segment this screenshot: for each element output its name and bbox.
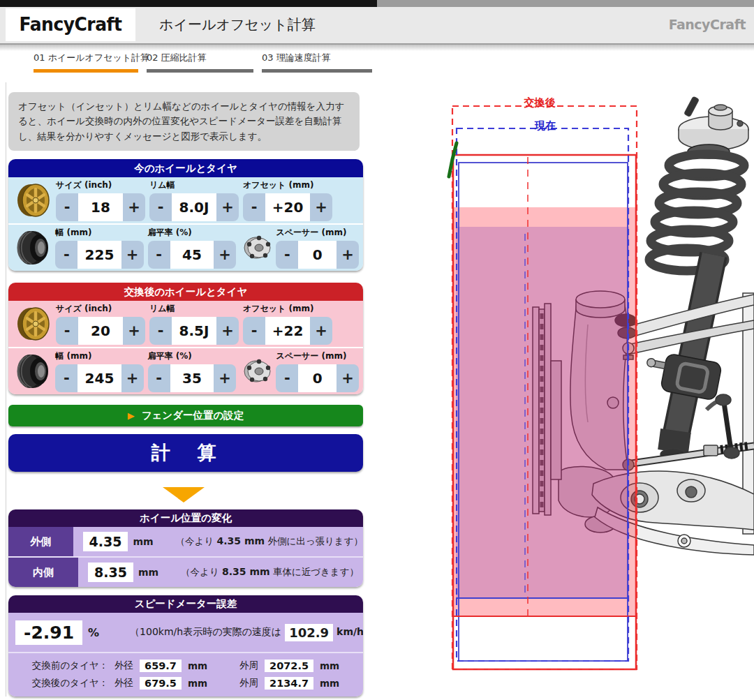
wheel-position-result-panel: ホイール位置の変化 外側 4.35 mm （今より 4.35 mm 外側に出っ張…	[8, 509, 363, 587]
field-width-label: 幅 (mm)	[55, 350, 143, 362]
rim-minus-button[interactable]: -	[149, 193, 172, 221]
inner-label: 内側	[8, 558, 78, 587]
offset-value[interactable]: +22	[265, 317, 310, 345]
outer-unit: mm	[133, 536, 153, 547]
tab-compression-ratio[interactable]: 02 圧縮比計算	[147, 52, 253, 73]
after-wheel-panel: 交換後のホイールとタイヤ	[8, 283, 363, 394]
rim-stepper: - 8.0J +	[149, 193, 239, 221]
size-plus-button[interactable]: +	[123, 193, 145, 221]
wheel-icon	[13, 306, 56, 342]
tab-label: 02 圧縮比計算	[147, 52, 253, 64]
size-minus-button[interactable]: -	[56, 317, 78, 345]
aspect-plus-button[interactable]: +	[214, 241, 236, 269]
rim-value[interactable]: 8.5J	[172, 317, 216, 345]
aspect-plus-button[interactable]: +	[214, 364, 236, 392]
offset-stepper: - +22 +	[243, 317, 332, 345]
brand-logo-right: FancyCraft	[669, 7, 746, 42]
offset-plus-button[interactable]: +	[310, 193, 332, 221]
od-label: 外径	[114, 660, 133, 672]
size-minus-button[interactable]: -	[56, 193, 78, 221]
size-value[interactable]: 18	[78, 193, 123, 221]
after-panel-title: 交換後のホイールとタイヤ	[8, 283, 363, 301]
inner-result-row: 内側 8.35 mm （今より 8.35 mm 車体に近づきます）	[8, 556, 363, 587]
spacer-icon	[240, 355, 276, 387]
speed-panel-title: スピードメーター誤差	[8, 595, 363, 613]
field-offset: オフセット (mm) - +22 +	[243, 303, 332, 345]
field-offset-label: オフセット (mm)	[243, 303, 332, 315]
aspect-value[interactable]: 45	[170, 241, 214, 269]
width-minus-button[interactable]: -	[55, 241, 77, 269]
width-minus-button[interactable]: -	[55, 364, 77, 392]
tire-before-name: 交換前のタイヤ：	[32, 660, 108, 672]
spacer-value[interactable]: 0	[298, 364, 337, 392]
field-width-label: 幅 (mm)	[55, 227, 143, 239]
width-value[interactable]: 225	[77, 241, 121, 269]
width-plus-button[interactable]: +	[121, 241, 144, 269]
rim-plus-button[interactable]: +	[216, 193, 239, 221]
after-panel-body: サイズ (inch) - 20 + リム幅 - 8.5J +	[8, 301, 363, 394]
fender-position-button[interactable]: ▶ フェンダー位置の設定	[8, 405, 363, 426]
field-size: サイズ (inch) - 18 +	[56, 179, 145, 221]
width-value[interactable]: 245	[77, 364, 121, 392]
spacer-plus-button[interactable]: +	[337, 241, 359, 269]
offset-plus-button[interactable]: +	[310, 317, 332, 345]
field-size-label: サイズ (inch)	[56, 179, 145, 191]
rim-plus-button[interactable]: +	[216, 317, 239, 345]
content-left-border	[6, 82, 6, 697]
tab-wheel-offset[interactable]: 01 ホイールオフセット計算	[34, 52, 138, 73]
tire-icon	[13, 353, 55, 389]
current-panel-title: 今のホイールとタイヤ	[8, 159, 363, 177]
speedometer-error-panel: スピードメーター誤差 -2.91 % （100km/h表示時の実際の速度は102…	[8, 595, 363, 697]
field-spacer: スペーサー (mm) - 0 +	[276, 227, 359, 269]
offset-minus-button[interactable]: -	[243, 317, 265, 345]
field-spacer-label: スペーサー (mm)	[276, 227, 359, 239]
tab-label: 03 理論速度計算	[262, 52, 372, 64]
aspect-stepper: - 35 +	[148, 364, 236, 392]
field-width: 幅 (mm) - 245 +	[55, 350, 143, 392]
spacer-plus-button[interactable]: +	[337, 364, 359, 392]
spacer-minus-button[interactable]: -	[276, 241, 298, 269]
aspect-minus-button[interactable]: -	[148, 241, 170, 269]
speed-error-unit: %	[88, 626, 99, 639]
offset-stepper: - +20 +	[243, 193, 332, 221]
speed-error-value: -2.91	[15, 620, 82, 645]
field-aspect: 扁平率 (%) - 45 +	[148, 227, 236, 269]
wheel-icon	[13, 182, 56, 218]
field-width: 幅 (mm) - 225 +	[55, 227, 143, 269]
play-icon: ▶	[128, 410, 135, 421]
offset-minus-button[interactable]: -	[243, 193, 265, 221]
after-label: 交換後	[524, 96, 556, 109]
field-size: サイズ (inch) - 20 +	[56, 303, 145, 345]
offset-value[interactable]: +20	[265, 193, 310, 221]
tab-theoretical-speed[interactable]: 03 理論速度計算	[262, 52, 372, 73]
tire-dimension-rows: 交換前のタイヤ： 外径 659.7 mm 外周 2072.5 mm 交換後のタイ…	[8, 652, 363, 697]
outer-note: （今より 4.35 mm 外側に出っ張ります）	[176, 535, 363, 548]
aspect-minus-button[interactable]: -	[148, 364, 170, 392]
width-plus-button[interactable]: +	[121, 364, 144, 392]
field-aspect-label: 扁平率 (%)	[148, 350, 236, 362]
calculate-button[interactable]: 計 算	[8, 434, 363, 472]
tire-after-name: 交換後のタイヤ：	[32, 677, 108, 690]
logo-box[interactable]: FancyCraft	[6, 8, 135, 41]
size-value[interactable]: 20	[78, 317, 123, 345]
rim-stepper: - 8.5J +	[149, 317, 239, 345]
size-plus-button[interactable]: +	[123, 317, 145, 345]
page-title: ホイールオフセット計算	[159, 7, 316, 42]
rim-value[interactable]: 8.0J	[172, 193, 216, 221]
after-tire-row: 幅 (mm) - 245 + 扁平率 (%) - 35 +	[8, 347, 363, 394]
field-offset: オフセット (mm) - +20 +	[243, 179, 332, 221]
od-label: 外径	[114, 677, 133, 690]
aspect-value[interactable]: 35	[170, 364, 214, 392]
after-wheel-row: サイズ (inch) - 20 + リム幅 - 8.5J +	[8, 301, 363, 347]
tire-before-circ: 2072.5	[265, 660, 313, 672]
field-rim-width: リム幅 - 8.0J +	[149, 179, 239, 221]
current-panel-body: サイズ (inch) - 18 + リム幅 - 8.0J +	[8, 177, 363, 271]
spacer-minus-button[interactable]: -	[276, 364, 298, 392]
current-label: 現在	[534, 119, 556, 132]
header: FancyCraft ホイールオフセット計算 FancyCraft	[0, 7, 754, 45]
inner-note: （今より 8.35 mm 車体に近づきます）	[181, 566, 359, 579]
spacer-value[interactable]: 0	[298, 241, 337, 269]
field-aspect: 扁平率 (%) - 35 +	[148, 350, 236, 392]
circ-label: 外周	[239, 660, 258, 672]
rim-minus-button[interactable]: -	[149, 317, 172, 345]
